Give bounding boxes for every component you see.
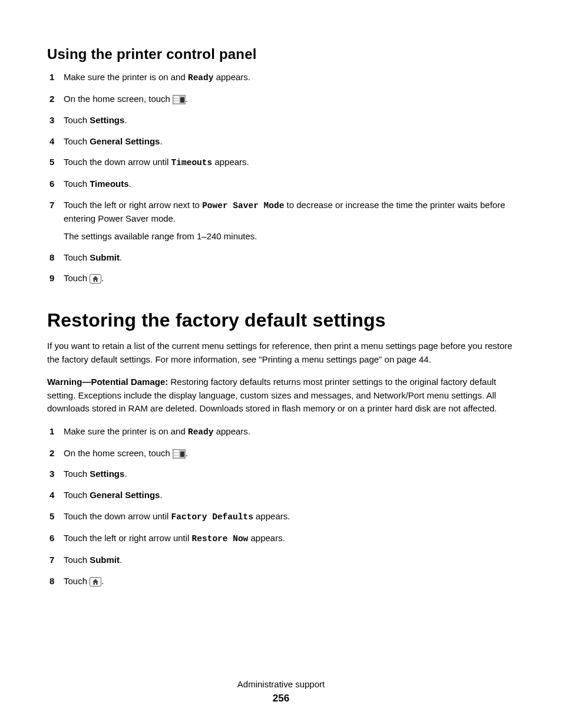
step-text: . — [101, 576, 104, 586]
menu-icon — [173, 95, 186, 104]
step-item: Touch Submit. — [47, 251, 515, 264]
svg-rect-7 — [174, 450, 179, 452]
step-text: . — [186, 448, 188, 458]
footer-label: Administrative support — [0, 679, 562, 689]
step-text: Touch — [64, 469, 90, 479]
footer-page-number: 256 — [0, 693, 562, 704]
steps-list-control-panel: Make sure the printer is on and Ready ap… — [47, 71, 515, 285]
step-item: Touch Settings. — [47, 467, 515, 480]
step-text: appears. — [213, 426, 250, 436]
step-text: Make sure the printer is on and — [64, 72, 188, 82]
step-mono-text: Timeouts — [171, 158, 213, 167]
home-icon — [90, 577, 101, 587]
step-extra-text: The settings available range from 1–240 … — [64, 230, 515, 243]
step-item: On the home screen, touch . — [47, 93, 515, 106]
step-text: Touch the left or right arrow until — [64, 533, 192, 543]
step-text: On the home screen, touch — [64, 94, 173, 104]
step-text: Touch — [64, 555, 90, 565]
step-text: . — [120, 252, 122, 262]
step-text: appears. — [248, 533, 285, 543]
step-bold-text: Submit — [90, 555, 120, 565]
step-bold-text: Timeouts — [90, 179, 128, 189]
step-bold-text: Settings — [90, 469, 124, 479]
step-text: . — [186, 94, 188, 104]
warning-paragraph: Warning—Potential Damage: Restoring fact… — [47, 375, 515, 416]
step-bold-text: Settings — [90, 115, 124, 125]
svg-rect-9 — [174, 456, 179, 457]
step-item: Touch the down arrow until Timeouts appe… — [47, 156, 515, 169]
step-text: . — [129, 179, 131, 189]
step-mono-text: Factory Defaults — [171, 512, 253, 522]
step-text: Touch — [64, 136, 90, 146]
step-item: Touch the down arrow until Factory Defau… — [47, 510, 515, 523]
step-bold-text: General Settings — [90, 136, 160, 146]
step-text: Touch — [64, 576, 90, 586]
step-text: . — [160, 136, 162, 146]
step-text: appears. — [212, 157, 249, 167]
svg-rect-3 — [174, 101, 179, 103]
step-mono-text: Ready — [188, 427, 214, 437]
svg-rect-1 — [174, 96, 179, 98]
step-text: . — [101, 273, 104, 283]
step-bold-text: General Settings — [90, 490, 160, 500]
step-text: appears. — [253, 511, 290, 521]
step-text: appears. — [213, 72, 250, 82]
step-text: . — [124, 115, 127, 125]
step-text: . — [160, 490, 162, 500]
step-item: On the home screen, touch . — [47, 447, 515, 460]
step-text: Touch the left or right arrow next to — [64, 200, 202, 210]
home-icon — [90, 274, 101, 284]
step-item: Touch General Settings. — [47, 489, 515, 502]
steps-list-factory-defaults: Make sure the printer is on and Ready ap… — [47, 425, 515, 588]
step-mono-text: Ready — [188, 73, 214, 83]
step-text: Touch — [64, 273, 90, 283]
step-text: Make sure the printer is on and — [64, 426, 188, 436]
section-heading-control-panel: Using the printer control panel — [47, 46, 515, 62]
step-item: Touch General Settings. — [47, 135, 515, 148]
step-mono-text: Restore Now — [192, 534, 249, 543]
step-text: Touch — [64, 490, 90, 500]
intro-paragraph: If you want to retain a list of the curr… — [47, 340, 515, 366]
menu-icon — [173, 449, 186, 459]
step-item: Make sure the printer is on and Ready ap… — [47, 71, 515, 84]
step-item: Touch Timeouts. — [47, 177, 515, 190]
warning-lead: Warning—Potential Damage: — [47, 377, 170, 387]
step-item: Touch the left or right arrow until Rest… — [47, 532, 515, 545]
section-heading-factory-defaults: Restoring the factory default settings — [47, 309, 515, 331]
step-text: Touch — [64, 115, 90, 125]
step-text: Touch the down arrow until — [64, 511, 171, 521]
step-item: Touch the left or right arrow next to Po… — [47, 199, 515, 243]
step-text: Touch — [64, 252, 90, 262]
step-text: Touch the down arrow until — [64, 157, 171, 167]
document-page: Using the printer control panel Make sur… — [0, 0, 562, 728]
step-text: . — [124, 469, 127, 479]
step-item: Touch . — [47, 575, 515, 588]
step-text: Touch — [64, 179, 90, 189]
step-item: Make sure the printer is on and Ready ap… — [47, 425, 515, 439]
step-bold-text: Submit — [90, 252, 120, 262]
svg-rect-4 — [180, 97, 184, 103]
step-text: On the home screen, touch — [64, 448, 173, 458]
svg-rect-10 — [180, 452, 184, 457]
step-item: Touch . — [47, 272, 515, 285]
svg-rect-8 — [174, 453, 179, 454]
svg-rect-2 — [174, 99, 179, 101]
step-item: Touch Submit. — [47, 554, 515, 566]
step-text: . — [120, 555, 122, 565]
step-mono-text: Power Saver Mode — [202, 201, 284, 210]
page-footer: Administrative support 256 — [0, 679, 562, 704]
step-item: Touch Settings. — [47, 114, 515, 127]
